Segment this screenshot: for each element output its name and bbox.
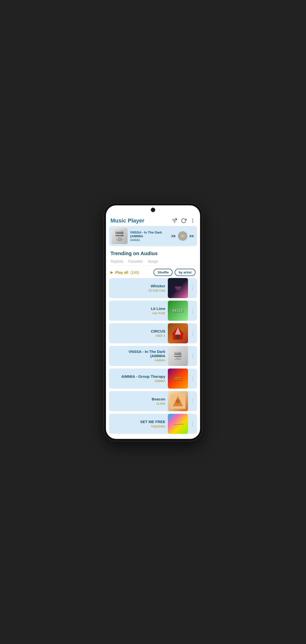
app-header: Music Player i <box>106 214 200 226</box>
now-playing-controls: ⏮ ⏭ <box>171 231 195 241</box>
track-art-wrap <box>168 323 188 343</box>
screen: Music Player i <box>106 214 200 439</box>
track-item[interactable]: Beacon ALIGN ⋮ <box>109 391 197 411</box>
track-item[interactable]: Lit Lime Aarr Kellz KELLZ ⋮ <box>109 301 197 321</box>
play-pause-button[interactable] <box>178 231 187 241</box>
track-info: SET ME FREE Angrybaby <box>109 416 168 432</box>
track-artist: 23 Odd Cats <box>148 289 165 292</box>
track-title: Whisker <box>151 284 165 288</box>
track-artist: AIMMIA <box>155 379 165 383</box>
svg-rect-10 <box>175 335 180 340</box>
wifi-info-icon[interactable]: i <box>172 218 177 223</box>
track-info: Beacon ALIGN <box>109 393 168 409</box>
now-playing-title: VNSSA - In The Dark (AIMMIA <box>130 231 168 238</box>
play-all-label: Play all <box>115 270 128 274</box>
track-art <box>168 391 188 411</box>
now-playing-art: LP GIORBI FEMMEHOUSE VNSSAIN THE DARKREM… <box>111 228 128 244</box>
svg-text:i: i <box>176 218 176 220</box>
track-title: Lit Lime <box>151 306 165 311</box>
section-header: Trending on Audius <box>106 249 200 257</box>
now-playing-artist: AIMMIA <box>130 239 168 242</box>
track-art-wrap <box>168 391 188 411</box>
track-info: Whisker 23 Odd Cats <box>109 280 168 296</box>
tab-songs[interactable]: Songs <box>148 257 158 265</box>
track-art-wrap: KELLZ <box>168 301 188 321</box>
track-title: CIRCUS <box>151 329 165 333</box>
fast-forward-button[interactable]: ⏭ <box>189 233 195 239</box>
track-info: VNSSA - In The Dark (AIMMIA AIMMIA <box>109 346 168 366</box>
track-more-button[interactable]: ⋮ <box>188 398 197 404</box>
phone-frame: Music Player i <box>104 203 202 441</box>
track-art: 23ODDCATS <box>168 278 188 298</box>
now-playing-info: VNSSA - In The Dark (AIMMIA AIMMIA <box>130 231 168 242</box>
status-bar <box>106 205 200 214</box>
track-art-wrap: 23ODDCATS <box>168 278 188 298</box>
track-art-wrap: GROUPTHERAPY <box>168 369 188 389</box>
tab-favorites[interactable]: Favorites <box>128 257 143 265</box>
track-item[interactable]: SET ME FREE Angrybaby SET ME FREE ⋮ <box>109 414 197 434</box>
now-playing-bar[interactable]: LP GIORBI FEMMEHOUSE VNSSAIN THE DARKREM… <box>109 226 197 246</box>
track-more-button[interactable]: ⋮ <box>188 330 197 336</box>
track-title: Beacon <box>152 397 165 401</box>
play-all-left[interactable]: ▶ Play all (100) <box>110 270 139 274</box>
track-item[interactable]: AIMMIA - Group Therapy AIMMIA GROUPTHERA… <box>109 369 197 389</box>
track-item[interactable]: Whisker 23 Odd Cats 23ODDCATS ⋮ <box>109 278 197 298</box>
album-art-femme-house: LP GIORBI FEMMEHOUSE VNSSAIN THE DARKREM… <box>111 228 128 244</box>
svg-point-13 <box>176 399 180 403</box>
play-all-row: ▶ Play all (100) Shuffle by artist <box>106 267 200 278</box>
play-all-count: (100) <box>130 270 139 274</box>
svg-point-5 <box>192 222 193 223</box>
svg-point-3 <box>192 218 193 219</box>
header-icons: i <box>172 218 196 223</box>
refresh-icon[interactable] <box>181 218 186 223</box>
action-buttons: Shuffle by artist <box>154 269 196 276</box>
tabs-row: Playlists Favorites Songs <box>106 257 200 266</box>
by-artist-button[interactable]: by artist <box>175 269 196 276</box>
track-more-button[interactable]: ⋮ <box>188 376 197 382</box>
track-title: SET ME FREE <box>140 420 165 424</box>
track-art-wrap: SET ME FREE <box>168 414 188 434</box>
track-art: GROUPTHERAPY <box>168 369 188 389</box>
tab-playlists[interactable]: Playlists <box>110 257 123 265</box>
track-info: AIMMIA - Group Therapy AIMMIA <box>109 371 168 386</box>
track-info: CIRCUS ABDI X <box>109 326 168 341</box>
track-artist: Angrybaby <box>151 425 165 428</box>
track-list: Whisker 23 Odd Cats 23ODDCATS ⋮ Lit Lime… <box>106 278 200 439</box>
track-more-button[interactable]: ⋮ <box>188 421 197 427</box>
track-item[interactable]: VNSSA - In The Dark (AIMMIA AIMMIA LP GI… <box>109 346 197 366</box>
track-art: KELLZ <box>168 301 188 321</box>
track-item[interactable]: CIRCUS ABDI X ⋮ <box>109 323 197 343</box>
track-more-button[interactable]: ⋮ <box>188 353 197 359</box>
track-more-button[interactable]: ⋮ <box>188 285 197 291</box>
track-artist: ALIGN <box>156 402 165 405</box>
track-artist: AIMMIA <box>155 359 165 362</box>
track-art: SET ME FREE <box>168 414 188 434</box>
svg-point-0 <box>174 222 175 223</box>
svg-point-4 <box>192 220 193 221</box>
track-artist: Aarr Kellz <box>152 311 165 315</box>
track-title: AIMMIA - Group Therapy <box>121 374 165 379</box>
track-art: LP GIORBI FEMMEHOUSE VNSSAIN THE DARK <box>168 346 188 366</box>
track-info: Lit Lime Aarr Kellz <box>109 303 168 318</box>
track-title: VNSSA - In The Dark (AIMMIA <box>113 349 165 358</box>
app-title: Music Player <box>110 217 144 224</box>
track-artist: ABDI X <box>156 334 165 338</box>
camera-notch <box>151 208 155 212</box>
track-art <box>168 323 188 343</box>
track-more-button[interactable]: ⋮ <box>188 308 197 314</box>
trending-title: Trending on Audius <box>110 251 158 256</box>
play-triangle-icon: ▶ <box>110 270 113 274</box>
shuffle-button[interactable]: Shuffle <box>154 269 173 276</box>
track-art-wrap: LP GIORBI FEMMEHOUSE VNSSAIN THE DARK <box>168 346 188 366</box>
rewind-button[interactable]: ⏮ <box>171 233 176 239</box>
more-vertical-icon[interactable] <box>190 218 196 223</box>
